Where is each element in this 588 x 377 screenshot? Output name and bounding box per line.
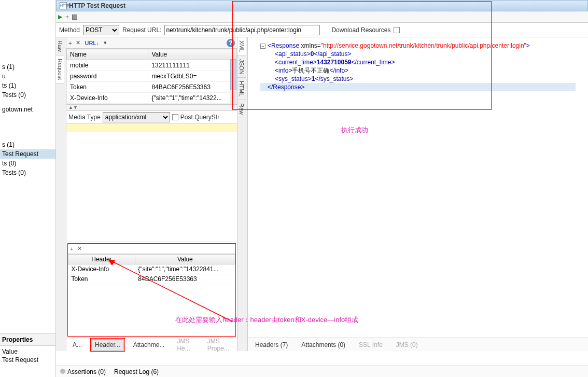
navigator-panel: s (1) u ts (1) Tests (0) gotown.net s (1… <box>0 0 56 377</box>
assertions-status[interactable]: Assertions (0) <box>60 368 106 375</box>
tab-header[interactable]: Header... <box>91 339 124 351</box>
vtab-html[interactable]: HTML <box>237 78 246 100</box>
tab-resp-headers[interactable]: Headers (7) <box>252 340 291 350</box>
param-toolbar: + ✕ URL↓ ▾ ? <box>66 37 237 49</box>
properties-header: Properties <box>0 333 55 346</box>
remove-header-icon[interactable]: ✕ <box>77 245 82 252</box>
add-param-icon[interactable]: + <box>68 40 72 46</box>
table-row[interactable]: X-Device-Info{"site":"1","time":"1432284… <box>68 264 235 274</box>
request-vtabs: Raw Request <box>56 37 66 351</box>
vtab-xml[interactable]: XML <box>237 37 246 56</box>
tab-jms-headers: JMS He... <box>174 336 198 354</box>
download-label: Download Resources <box>331 26 390 34</box>
request-log-status[interactable]: Request Log (6) <box>114 368 159 375</box>
response-xml-view[interactable]: −<Response xmlns="http://service.gogotow… <box>248 37 588 351</box>
params-table[interactable]: Name Value mobile13211111111 passwordmec… <box>66 49 237 104</box>
help-icon[interactable]: ? <box>227 39 235 47</box>
request-content: + ✕ URL↓ ▾ ? Name Value mobile1321111111… <box>66 37 237 351</box>
table-row[interactable]: Token84BAC6F256E53363 <box>68 274 235 284</box>
col-header[interactable]: Header <box>68 255 135 264</box>
list-item[interactable]: ts (1) <box>0 81 55 90</box>
post-query-label: Post QueryStr <box>180 114 219 121</box>
post-query-checkbox[interactable] <box>172 114 178 120</box>
url-icon[interactable]: URL↓ <box>85 40 99 46</box>
body-highlight-row <box>66 123 237 132</box>
editor-panel: HTTP HTTP Test Request ▶ + Method POST R… <box>56 0 588 377</box>
table-row[interactable]: X-Device-Info{"site":"1","time":"14322..… <box>67 93 237 104</box>
vtab-raw[interactable]: Raw <box>237 100 246 118</box>
media-type-label: Media Type <box>68 114 101 121</box>
remove-param-icon[interactable]: ✕ <box>76 39 80 46</box>
request-line: Method POST Request URL: Download Resour… <box>56 23 588 37</box>
col-name[interactable]: Name <box>67 49 148 60</box>
add-header-icon[interactable]: + <box>70 246 73 252</box>
dropdown-icon[interactable]: ▾ <box>104 39 107 46</box>
headers-table[interactable]: Header Value X-Device-Info{"site":"1","t… <box>68 254 235 284</box>
response-bottom-tabs: Headers (7) Attachments (0) SSL Info JMS… <box>248 338 588 351</box>
table-row[interactable]: passwordmecxTGdbLS0= <box>67 71 237 82</box>
navigator-list[interactable]: s (1) u ts (1) Tests (0) gotown.net s (1… <box>0 0 55 177</box>
tab-attachments[interactable]: Attachme... <box>130 340 168 350</box>
run-toolbar: ▶ + <box>56 11 588 23</box>
method-label: Method <box>59 26 80 34</box>
params-table-wrap: Name Value mobile13211111111 passwordmec… <box>66 49 237 105</box>
list-item[interactable]: s (1) <box>0 140 55 149</box>
headers-toolbar: + ✕ <box>68 244 235 254</box>
media-type-select[interactable]: application/xml <box>103 112 170 122</box>
scrollbar-thumb[interactable] <box>230 59 236 90</box>
body-editor[interactable] <box>66 123 237 242</box>
tab-resp-attachments[interactable]: Attachments (0) <box>298 340 348 350</box>
list-item[interactable]: ts (0) <box>0 159 55 168</box>
response-vtabs: XML JSON HTML Raw <box>237 37 248 351</box>
status-bar: Assertions (0) Request Log (6) <box>56 366 588 377</box>
scrollbar[interactable] <box>230 59 237 104</box>
response-panel: XML JSON HTML Raw −<Response xmlns="http… <box>237 37 588 351</box>
col-header-value[interactable]: Value <box>135 255 235 264</box>
list-item[interactable]: Tests (0) <box>0 168 55 177</box>
url-input[interactable] <box>164 25 320 35</box>
properties-value: Test Request <box>0 355 40 365</box>
request-bottom-tabs: A... Header... Attachme... JMS He... JMS… <box>66 338 237 351</box>
vtab-request[interactable]: Request <box>56 55 64 83</box>
annotation-header: 在此处需要输入header：header由token和X-device—info… <box>175 315 358 325</box>
list-item[interactable]: gotown.net <box>0 105 55 114</box>
tab-resp-jms: JMS (0) <box>393 340 421 350</box>
http-icon: HTTP <box>60 2 67 9</box>
list-item[interactable]: s (1) <box>0 62 55 72</box>
run-button[interactable]: ▶ <box>58 13 62 20</box>
window-title: HTTP Test Request <box>69 2 125 9</box>
table-row[interactable]: Token84BAC6F256E53363 <box>67 82 237 93</box>
collapse-icon[interactable]: − <box>260 44 265 49</box>
download-checkbox[interactable] <box>394 27 400 33</box>
annotation-success: 执行成功 <box>341 125 368 135</box>
add-button[interactable]: + <box>65 13 69 21</box>
request-panel: Raw Request + ✕ URL↓ ▾ ? Name Value <box>56 37 237 351</box>
tab-auth[interactable]: A... <box>69 340 85 350</box>
vtab-json[interactable]: JSON <box>237 56 246 78</box>
expand-collapse-icon[interactable]: ▲▼ <box>66 105 237 111</box>
stop-button[interactable] <box>72 15 77 20</box>
vtab-raw[interactable]: Raw <box>56 37 64 55</box>
method-select[interactable]: POST <box>83 25 119 35</box>
list-item-selected[interactable]: Test Request <box>0 149 55 159</box>
list-item[interactable]: u <box>0 72 55 81</box>
tab-resp-ssl: SSL Info <box>356 340 386 350</box>
bullet-icon <box>60 369 65 374</box>
tab-jms-props: JMS Prope... <box>204 336 234 354</box>
url-label: Request URL: <box>122 26 161 34</box>
media-type-row: Media Type application/xml Post QueryStr <box>66 111 237 123</box>
window-titlebar[interactable]: HTTP HTTP Test Request <box>56 0 588 11</box>
table-row[interactable]: mobile13211111111 <box>67 60 237 71</box>
list-item[interactable]: Tests (0) <box>0 90 55 100</box>
col-value[interactable]: Value <box>148 49 237 60</box>
